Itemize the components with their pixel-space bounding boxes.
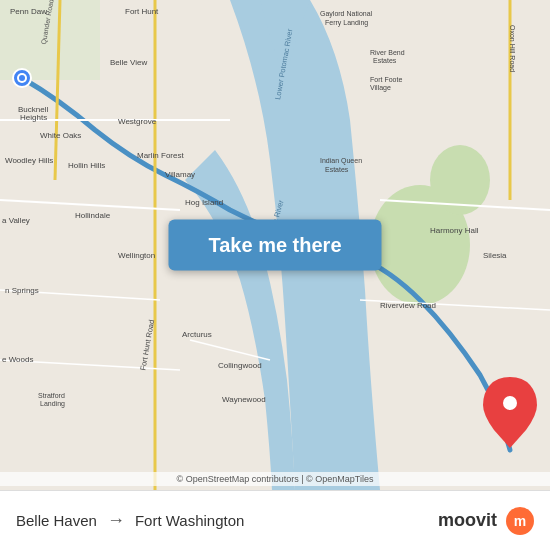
svg-text:Collingwood: Collingwood <box>218 361 262 370</box>
svg-text:Belle View: Belle View <box>110 58 147 67</box>
svg-text:Villamay: Villamay <box>165 170 195 179</box>
svg-text:Waynewood: Waynewood <box>222 395 266 404</box>
svg-text:Hog Island: Hog Island <box>185 198 223 207</box>
svg-text:Marlin Forest: Marlin Forest <box>137 151 184 160</box>
svg-text:Estates: Estates <box>325 166 349 173</box>
origin-label: Belle Haven <box>16 512 97 529</box>
svg-text:Arcturus: Arcturus <box>182 330 212 339</box>
svg-text:Gaylord National: Gaylord National <box>320 10 373 18</box>
svg-text:Stratford: Stratford <box>38 392 65 399</box>
svg-text:Landing: Landing <box>40 400 65 408</box>
moovit-icon: m <box>506 507 534 535</box>
svg-text:Fort Hunt: Fort Hunt <box>125 7 159 16</box>
svg-text:Woodley Hills: Woodley Hills <box>5 156 53 165</box>
svg-text:White Oaks: White Oaks <box>40 131 81 140</box>
svg-text:Fort Foote: Fort Foote <box>370 76 402 83</box>
svg-text:Westgrove: Westgrove <box>118 117 157 126</box>
svg-text:Hollin Hills: Hollin Hills <box>68 161 105 170</box>
svg-text:n Springs: n Springs <box>5 286 39 295</box>
svg-text:River Bend: River Bend <box>370 49 405 56</box>
map-container: Penn Daw Quander Road Fort Hunt Belle Vi… <box>0 0 550 490</box>
route-info: Belle Haven → Fort Washington <box>16 510 244 531</box>
svg-text:Oxon Hill Road: Oxon Hill Road <box>509 25 516 72</box>
svg-text:Indian Queen: Indian Queen <box>320 157 362 165</box>
svg-text:Heights: Heights <box>20 113 47 122</box>
svg-text:Penn Daw: Penn Daw <box>10 7 47 16</box>
footer: Belle Haven → Fort Washington moovit m <box>0 490 550 550</box>
map-attribution: © OpenStreetMap contributors | © OpenMap… <box>0 472 550 486</box>
svg-point-55 <box>503 396 517 410</box>
destination-label: Fort Washington <box>135 512 245 529</box>
svg-text:e Woods: e Woods <box>2 355 33 364</box>
moovit-logo: moovit m <box>438 507 534 535</box>
svg-text:Silesia: Silesia <box>483 251 507 260</box>
svg-text:Ferry Landing: Ferry Landing <box>325 19 368 27</box>
take-me-there-button[interactable]: Take me there <box>168 220 381 271</box>
svg-point-54 <box>19 75 25 81</box>
svg-text:Riverview Road: Riverview Road <box>380 301 436 310</box>
moovit-text: moovit <box>438 510 497 531</box>
svg-text:a Valley: a Valley <box>2 216 30 225</box>
svg-text:Wellington: Wellington <box>118 251 155 260</box>
svg-text:Hollindale: Hollindale <box>75 211 111 220</box>
svg-text:Harmony Hall: Harmony Hall <box>430 226 479 235</box>
arrow-icon: → <box>107 510 125 531</box>
svg-text:Village: Village <box>370 84 391 92</box>
svg-text:Estates: Estates <box>373 57 397 64</box>
